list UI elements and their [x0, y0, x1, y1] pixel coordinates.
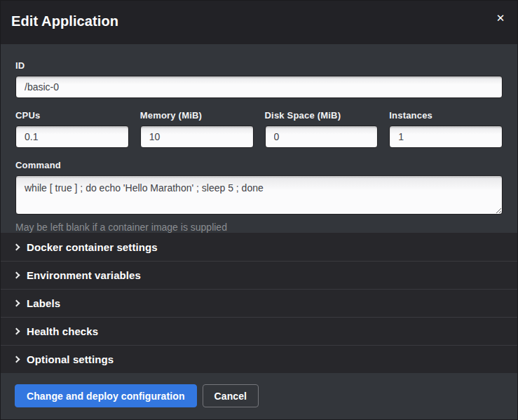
section-label: Optional settings — [27, 353, 114, 365]
resources-row: CPUs Memory (MiB) Disk Space (MiB) Insta… — [15, 110, 503, 148]
cpus-field-group: CPUs — [15, 110, 129, 148]
cpus-input[interactable] — [15, 126, 129, 148]
chevron-right-icon — [13, 328, 20, 335]
chevron-right-icon — [13, 300, 20, 307]
section-optional-settings[interactable]: Optional settings — [1, 345, 517, 373]
id-field-group: ID — [15, 60, 503, 98]
memory-label: Memory (MiB) — [140, 110, 254, 121]
collapsible-sections: Docker container settings Environment va… — [1, 233, 517, 373]
chevron-right-icon — [13, 272, 20, 279]
chevron-right-icon — [13, 356, 20, 363]
modal-title: Edit Application — [11, 13, 506, 29]
change-and-deploy-button[interactable]: Change and deploy configuration — [15, 384, 197, 407]
section-label: Health checks — [27, 325, 98, 337]
section-environment-variables[interactable]: Environment variables — [1, 261, 517, 289]
modal-footer: Change and deploy configuration Cancel — [1, 373, 517, 419]
modal-header: Edit Application ✕ — [1, 1, 517, 44]
edit-application-modal: Edit Application ✕ ID CPUs Memory (MiB) … — [0, 0, 518, 420]
command-label: Command — [15, 160, 503, 170]
cancel-button[interactable]: Cancel — [203, 384, 259, 407]
chevron-right-icon — [13, 243, 20, 250]
id-label: ID — [15, 60, 503, 71]
section-labels[interactable]: Labels — [1, 289, 517, 317]
instances-field-group: Instances — [389, 110, 503, 148]
memory-field-group: Memory (MiB) — [140, 110, 254, 148]
section-label: Docker container settings — [27, 241, 158, 253]
disk-label: Disk Space (MiB) — [265, 110, 379, 121]
close-icon[interactable]: ✕ — [493, 11, 507, 25]
command-help-text: May be left blank if a container image i… — [15, 222, 503, 233]
section-label: Labels — [27, 297, 60, 309]
command-field-group: Command while [ true ] ; do echo 'Hello … — [15, 160, 503, 233]
application-form: ID CPUs Memory (MiB) Disk Space (MiB) In… — [1, 44, 517, 233]
cpus-label: CPUs — [15, 110, 129, 121]
instances-label: Instances — [389, 110, 503, 121]
section-docker-container-settings[interactable]: Docker container settings — [1, 233, 517, 261]
memory-input[interactable] — [140, 126, 254, 148]
section-health-checks[interactable]: Health checks — [1, 317, 517, 345]
instances-input[interactable] — [389, 126, 503, 148]
id-input[interactable] — [15, 76, 503, 98]
disk-field-group: Disk Space (MiB) — [265, 110, 379, 148]
command-textarea[interactable]: while [ true ] ; do echo 'Hello Marathon… — [15, 175, 503, 215]
disk-input[interactable] — [265, 126, 379, 148]
section-label: Environment variables — [27, 269, 141, 281]
